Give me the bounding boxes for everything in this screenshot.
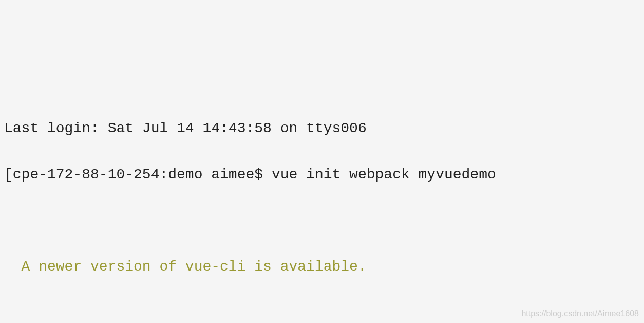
command-line: [cpe-172-88-10-254:demo aimee$ vue init … [4,164,640,187]
last-login-text: Last login: Sat Jul 14 14:43:58 on ttys0… [4,120,367,136]
typed-command: vue init webpack myvuedemo [272,167,496,183]
version-notice: A newer version of vue-cli is available. [4,259,367,275]
terminal-window[interactable]: Last login: Sat Jul 14 14:43:58 on ttys0… [4,94,640,323]
shell-prompt: [cpe-172-88-10-254:demo aimee$ [4,167,272,183]
last-login-line: Last login: Sat Jul 14 14:43:58 on ttys0… [4,117,640,140]
version-notice-line: A newer version of vue-cli is available. [4,256,640,279]
blank-line [4,209,640,232]
watermark-text: https://blog.csdn.net/Aimee1608 [521,307,639,320]
